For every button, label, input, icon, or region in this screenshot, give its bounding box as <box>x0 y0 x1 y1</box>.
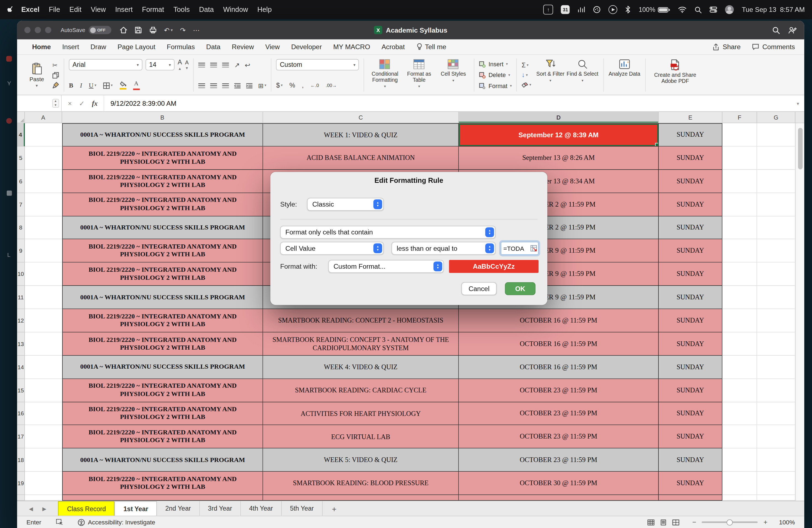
confirm-entry-icon[interactable]: ✓ <box>79 99 85 107</box>
cell-A4[interactable] <box>25 123 62 146</box>
share-button[interactable]: Share <box>713 43 741 51</box>
format-with-select[interactable]: Custom Format... ▲▼ <box>329 260 444 273</box>
cell-A11[interactable] <box>25 286 62 309</box>
conditional-formatting-button[interactable]: Conditional Formatting ▾ <box>369 57 401 93</box>
cell-G11[interactable] <box>757 286 795 309</box>
cell-D19[interactable]: OCTOBER 30 @ 11:59 PM <box>459 472 659 495</box>
adobe-pdf-button[interactable]: Create and Share Adobe PDF <box>650 57 700 93</box>
cell-G16[interactable] <box>757 402 795 425</box>
undo-button[interactable]: ↶▾ <box>164 26 173 34</box>
redo-button[interactable]: ↷ <box>180 26 186 34</box>
stats-menu-icon[interactable] <box>578 6 585 14</box>
cell-A19[interactable] <box>25 472 62 495</box>
scrollbar-thumb[interactable] <box>798 128 802 169</box>
cell-B11[interactable]: 0001A ~ WHARTON/NU SUCCESS SKILLS PROGRA… <box>62 286 263 309</box>
cell-F15[interactable] <box>723 379 757 402</box>
cancel-button[interactable]: Cancel <box>462 282 497 295</box>
cell-C16[interactable]: ACTIVITIES FOR HEART PHYSIOLOGY <box>263 402 459 425</box>
align-bottom-icon[interactable] <box>222 62 229 67</box>
row-header-17[interactable]: 17 <box>17 425 25 449</box>
cell-B6[interactable]: BIOL 2219/2220 ~ INTEGRATED ANATOMY AND … <box>62 170 263 193</box>
cell-A5[interactable] <box>25 146 62 170</box>
ribbon-tab-view[interactable]: View <box>260 43 286 51</box>
cell-F17[interactable] <box>723 425 757 449</box>
sheet-tab-4th-year[interactable]: 4th Year <box>241 501 282 516</box>
cell-A16[interactable] <box>25 402 62 425</box>
align-middle-icon[interactable] <box>211 62 217 67</box>
cell-E11[interactable]: SUNDAY <box>659 286 723 309</box>
percent-format-button[interactable]: % <box>289 82 295 89</box>
formula-bar-expand-icon[interactable]: ▾ <box>797 101 804 106</box>
cell-A6[interactable] <box>25 170 62 193</box>
ribbon-tab-acrobat[interactable]: Acrobat <box>376 43 410 51</box>
cell-A18[interactable] <box>25 449 62 472</box>
align-right-icon[interactable] <box>222 83 229 88</box>
cell[interactable] <box>659 495 723 501</box>
menu-bar-clock[interactable]: Tue Sep 13 8:57 AM <box>742 6 805 14</box>
ribbon-tab-data[interactable]: Data <box>201 43 226 51</box>
spotlight-menu-icon[interactable] <box>695 6 702 13</box>
cell-F5[interactable] <box>723 146 757 170</box>
currency-format-button[interactable]: $▾ <box>276 82 282 89</box>
screen-mirroring-menu-icon[interactable] <box>593 6 601 14</box>
wifi-menu-icon[interactable] <box>678 6 687 13</box>
share-edit-icon[interactable] <box>788 26 797 34</box>
ribbon-tab-home[interactable]: Home <box>27 43 57 51</box>
row-header-5[interactable]: 5 <box>17 146 25 170</box>
cell-A9[interactable] <box>25 239 62 263</box>
cell[interactable] <box>263 495 459 501</box>
font-size-select[interactable]: 14▾ <box>146 59 175 70</box>
tell-me-button[interactable]: Tell me <box>410 43 452 51</box>
cell-C13[interactable]: SMARTBOOK READING: CONCEPT 3 - ANATOMY O… <box>263 333 459 356</box>
insert-function-icon[interactable]: fx <box>92 99 98 107</box>
cell-G17[interactable] <box>757 425 795 449</box>
zoom-window-button[interactable] <box>45 27 52 33</box>
cell-F16[interactable] <box>723 402 757 425</box>
row-header-13[interactable]: 13 <box>17 333 25 356</box>
cell-E19[interactable]: SUNDAY <box>659 472 723 495</box>
cell-E9[interactable]: SUNDAY <box>659 239 723 263</box>
menu-item-view[interactable]: View <box>86 6 111 14</box>
zoom-in-icon[interactable]: + <box>764 518 768 526</box>
cell-F9[interactable] <box>723 239 757 263</box>
cell-B16[interactable]: BIOL 2219/2220 ~ INTEGRATED ANATOMY AND … <box>62 402 263 425</box>
cell-C15[interactable]: SMARTBOOK READING: CARDIAC CYCLE <box>263 379 459 402</box>
cell-F8[interactable] <box>723 216 757 239</box>
row-header-10[interactable]: 10 <box>17 263 25 286</box>
merge-center-button[interactable]: ⊞▾ <box>258 82 266 89</box>
cell-G18[interactable] <box>757 449 795 472</box>
column-header-G[interactable]: G <box>757 112 795 122</box>
cell-G12[interactable] <box>757 309 795 332</box>
increase-font-size-icon[interactable]: A▲ <box>178 59 182 70</box>
column-header-F[interactable]: F <box>723 112 757 122</box>
column-header-C[interactable]: C <box>263 112 459 122</box>
more-commands-icon[interactable]: ⋯ <box>193 26 199 34</box>
page-layout-view-icon[interactable] <box>659 519 667 526</box>
italic-button[interactable]: I <box>80 82 82 89</box>
media-play-menu-icon[interactable]: ▶ <box>609 5 618 14</box>
user-menu-icon[interactable] <box>725 5 734 14</box>
operator-select[interactable]: less than or equal to ▲▼ <box>392 242 496 255</box>
cell-D4[interactable]: September 12 @ 8:39 AM <box>459 123 659 146</box>
format-as-table-button[interactable]: Format as Table ▾ <box>403 57 435 93</box>
column-header-A[interactable]: A <box>25 112 62 122</box>
row-header-11[interactable]: 11 <box>17 286 25 309</box>
minimize-window-button[interactable] <box>35 27 41 33</box>
borders-button[interactable]: ▾ <box>103 82 113 89</box>
sheet-nav-left-icon[interactable]: ◀ <box>24 505 38 511</box>
cancel-entry-icon[interactable]: × <box>68 99 72 107</box>
cell-B17[interactable]: BIOL 2219/2220 ~ INTEGRATED ANATOMY AND … <box>62 425 263 449</box>
home-icon[interactable] <box>120 27 127 34</box>
cell-G8[interactable] <box>757 216 795 239</box>
row-header-15[interactable]: 15 <box>17 379 25 402</box>
ribbon-tab-my-macro[interactable]: MY MACRO <box>328 43 376 51</box>
font-color-button[interactable]: A <box>133 81 140 90</box>
column-header-D[interactable]: D <box>459 112 659 122</box>
cell-D16[interactable]: OCTOBER 23 @ 11:59 PM <box>459 402 659 425</box>
cell-B4[interactable]: 0001A ~ WHARTON/NU SUCCESS SKILLS PROGRA… <box>62 123 263 146</box>
align-left-icon[interactable] <box>199 83 205 88</box>
fill-color-button[interactable] <box>119 81 126 89</box>
row-header-7[interactable]: 7 <box>17 193 25 216</box>
cell-B13[interactable]: BIOL 2219/2220 ~ INTEGRATED ANATOMY AND … <box>62 333 263 356</box>
cell-E6[interactable]: SUNDAY <box>659 170 723 193</box>
